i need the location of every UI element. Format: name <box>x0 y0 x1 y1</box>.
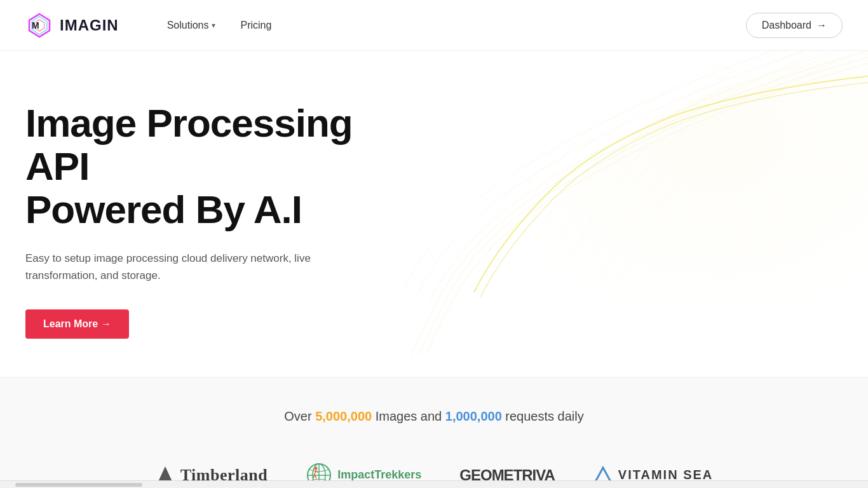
stats-before: Over <box>284 409 315 423</box>
nav-solutions-label: Solutions <box>167 20 209 31</box>
nav-pricing-label: Pricing <box>241 20 272 31</box>
stats-requests-count: 1,000,000 <box>445 409 502 423</box>
hero-section: Image Processing API Powered By A.I Easy… <box>0 51 868 377</box>
svg-text:M: M <box>32 20 39 30</box>
nav-links: Solutions ▾ Pricing <box>157 15 282 36</box>
logo[interactable]: M IMAGIN <box>25 11 119 39</box>
navbar: M IMAGIN Solutions ▾ Pricing Dashboard → <box>0 0 868 51</box>
stats-text: Over 5,000,000 Images and 1,000,000 requ… <box>25 409 843 424</box>
svg-point-9 <box>315 466 318 470</box>
stats-images-count: 5,000,000 <box>315 409 372 423</box>
stats-section: Over 5,000,000 Images and 1,000,000 requ… <box>0 377 868 488</box>
scrollbar-thumb[interactable] <box>15 483 142 487</box>
hero-decoration <box>372 51 868 356</box>
wave-svg <box>372 51 868 356</box>
stats-middle1: Images and <box>372 409 445 423</box>
dashboard-label: Dashboard <box>762 20 811 31</box>
svg-marker-14 <box>595 468 611 482</box>
logo-icon: M <box>25 11 53 39</box>
hero-subtitle: Easy to setup image processing cloud del… <box>25 250 343 284</box>
learn-more-button[interactable]: Learn More → <box>25 309 129 339</box>
nav-item-pricing[interactable]: Pricing <box>231 15 282 36</box>
arrow-right-icon: → <box>817 20 827 31</box>
hero-content: Image Processing API Powered By A.I Easy… <box>25 102 407 339</box>
logo-text: IMAGIN <box>60 17 119 34</box>
chevron-down-icon: ▾ <box>212 21 215 30</box>
nav-item-solutions[interactable]: Solutions ▾ <box>157 15 226 36</box>
svg-line-10 <box>315 470 316 475</box>
scrollbar[interactable] <box>0 480 868 488</box>
stats-after: requests daily <box>502 409 584 423</box>
dashboard-button[interactable]: Dashboard → <box>746 13 843 38</box>
hero-title: Image Processing API Powered By A.I <box>25 102 407 232</box>
